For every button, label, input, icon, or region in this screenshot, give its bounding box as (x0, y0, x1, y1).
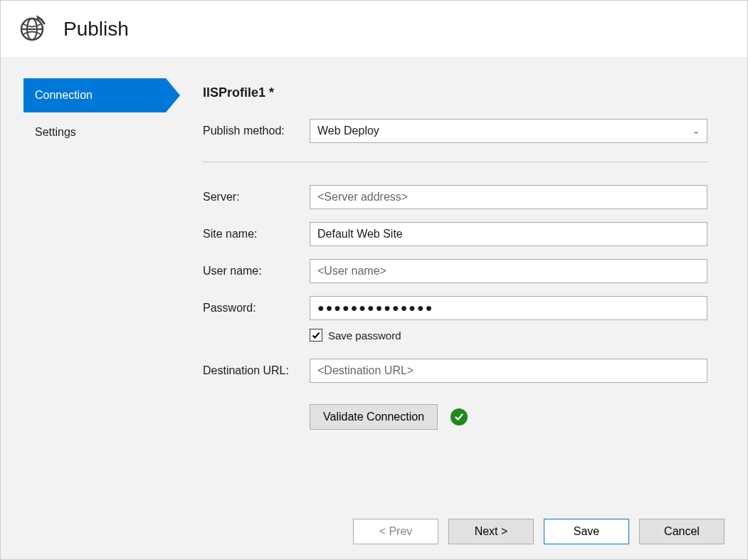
user-name-input[interactable] (310, 259, 707, 283)
server-label: Server: (203, 191, 310, 204)
destination-url-input[interactable] (310, 359, 707, 383)
validate-connection-button[interactable]: Validate Connection (310, 404, 438, 430)
publish-method-select[interactable]: Web Deploy ⌄ (310, 119, 707, 143)
dialog-title: Publish (63, 18, 129, 41)
user-name-label: User name: (203, 265, 310, 278)
validation-success-icon (451, 408, 468, 426)
site-name-label: Site name: (203, 228, 310, 241)
section-divider (203, 162, 707, 162)
publish-dialog: Publish Connection Settings IISProfile1 … (0, 0, 748, 560)
site-name-input[interactable] (310, 222, 707, 246)
chevron-down-icon: ⌄ (692, 126, 700, 136)
next-button[interactable]: Next > (448, 519, 534, 544)
form-panel: IISProfile1 * Publish method: Web Deploy… (186, 78, 747, 504)
profile-title: IISProfile1 * (203, 85, 707, 100)
sidebar-item-label: Settings (35, 126, 76, 139)
server-input[interactable] (310, 185, 707, 209)
sidebar-item-connection[interactable]: Connection (23, 78, 166, 112)
password-label: Password: (203, 302, 310, 315)
save-button[interactable]: Save (544, 519, 629, 544)
dialog-footer: < Prev Next > Save Cancel (1, 504, 747, 559)
title-bar: Publish (1, 1, 747, 58)
dialog-body: Connection Settings IISProfile1 * Publis… (1, 58, 747, 559)
prev-button: < Prev (353, 519, 438, 544)
destination-url-label: Destination URL: (203, 364, 310, 377)
wizard-sidebar: Connection Settings (1, 78, 186, 504)
sidebar-item-settings[interactable]: Settings (23, 115, 186, 149)
save-password-checkbox[interactable] (310, 329, 322, 342)
publish-method-label: Publish method: (203, 125, 310, 137)
save-password-label: Save password (328, 329, 401, 342)
cancel-button[interactable]: Cancel (639, 519, 725, 544)
globe-publish-icon (18, 15, 46, 43)
publish-method-value: Web Deploy (317, 125, 379, 137)
sidebar-item-label: Connection (35, 89, 93, 102)
password-input[interactable]: ●●●●●●●●●●●●●● (310, 296, 707, 320)
